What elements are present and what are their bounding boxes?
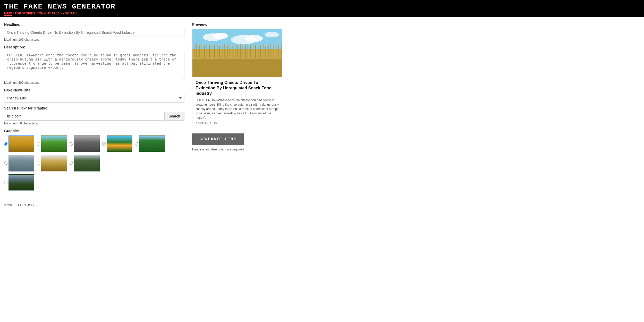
search-row: Search bbox=[4, 112, 184, 121]
svg-rect-8 bbox=[194, 45, 194, 58]
description-label: Description: bbox=[4, 45, 184, 49]
left-column: Headline: Maximum 100 characters. Descri… bbox=[4, 22, 184, 194]
nav-tonight[interactable]: TONIGHT AT 11 - YOUTUBE bbox=[36, 12, 78, 15]
graphic-item-4 bbox=[102, 135, 132, 152]
svg-rect-11 bbox=[201, 44, 202, 58]
svg-rect-14 bbox=[209, 45, 210, 58]
graphic-radio-7[interactable] bbox=[37, 162, 40, 165]
svg-rect-43 bbox=[192, 59, 282, 77]
right-column: Preview: bbox=[192, 22, 282, 151]
required-hint: Headline and description are required. bbox=[192, 148, 282, 151]
main-layout: Headline: Maximum 100 characters. Descri… bbox=[0, 17, 644, 200]
graphic-item-6 bbox=[4, 155, 34, 172]
preview-label: Preview: bbox=[192, 22, 282, 27]
svg-rect-22 bbox=[230, 44, 230, 58]
preview-headline: Once Thriving Cheeto Driven To Extinctio… bbox=[196, 80, 279, 96]
graphic-item-9 bbox=[4, 174, 34, 191]
svg-rect-23 bbox=[232, 45, 233, 58]
graphic-thumb-1[interactable] bbox=[9, 135, 34, 152]
graphics-grid bbox=[4, 135, 184, 172]
svg-rect-33 bbox=[258, 45, 259, 58]
graphic-item-1 bbox=[4, 135, 34, 152]
nav-top-stories[interactable]: TOP STORIES bbox=[14, 12, 35, 15]
graphic-radio-8[interactable] bbox=[70, 162, 73, 165]
graphic-radio-6[interactable] bbox=[4, 162, 7, 165]
graphic-item-7 bbox=[37, 155, 67, 172]
svg-rect-24 bbox=[235, 45, 235, 58]
svg-rect-18 bbox=[219, 46, 220, 58]
graphic-thumb-8[interactable] bbox=[74, 155, 100, 172]
svg-rect-35 bbox=[263, 44, 264, 58]
footer-text: © 2018 JUSTIN HOOK bbox=[4, 204, 36, 207]
graphic-thumb-3[interactable] bbox=[74, 135, 100, 152]
fake-site-select[interactable]: cbsnews.us foxnews.co cnn.com.co nytimes… bbox=[4, 94, 184, 103]
fake-site-label: Fake News Site: bbox=[4, 88, 184, 92]
graphic-item-2 bbox=[37, 135, 67, 152]
graphic-radio-1[interactable] bbox=[4, 142, 7, 146]
svg-rect-42 bbox=[281, 45, 282, 58]
svg-rect-20 bbox=[224, 44, 225, 58]
search-button[interactable]: Search bbox=[164, 112, 184, 121]
svg-point-3 bbox=[213, 33, 228, 39]
svg-rect-10 bbox=[199, 45, 200, 58]
graphic-radio-4[interactable] bbox=[102, 142, 106, 146]
search-flickr-label: Search Flickr for Graphic: bbox=[4, 106, 184, 110]
graphic-radio-5[interactable] bbox=[135, 142, 138, 146]
graphic-group: Graphic: bbox=[4, 129, 184, 191]
svg-rect-39 bbox=[273, 45, 274, 58]
graphic-radio-2[interactable] bbox=[37, 142, 40, 146]
svg-rect-28 bbox=[245, 45, 246, 58]
preview-card: Once Thriving Cheeto Driven To Extinctio… bbox=[192, 29, 282, 128]
search-hint: Maximum 50 characters. bbox=[4, 122, 184, 125]
svg-rect-31 bbox=[253, 44, 253, 58]
graphic-item-5 bbox=[135, 135, 165, 152]
graphic-thumb-7[interactable] bbox=[41, 155, 67, 172]
svg-rect-41 bbox=[278, 45, 279, 58]
graphics-grid-row2 bbox=[4, 174, 184, 191]
graphic-thumb-5[interactable] bbox=[139, 135, 165, 152]
svg-rect-34 bbox=[260, 45, 261, 58]
site-title: THE FAKE NEWS GENERATOR bbox=[4, 3, 640, 11]
graphic-item-3 bbox=[70, 135, 100, 152]
svg-rect-30 bbox=[250, 45, 251, 58]
svg-rect-19 bbox=[222, 45, 223, 58]
graphic-radio-3[interactable] bbox=[70, 142, 73, 146]
search-input[interactable] bbox=[4, 112, 164, 121]
graphic-label: Graphic: bbox=[4, 129, 184, 133]
svg-point-6 bbox=[265, 32, 279, 37]
preview-image bbox=[192, 29, 282, 77]
svg-rect-13 bbox=[207, 44, 207, 58]
graphic-thumb-9[interactable] bbox=[9, 174, 34, 191]
svg-rect-15 bbox=[212, 45, 213, 58]
headline-label: Headline: bbox=[4, 22, 184, 27]
svg-rect-21 bbox=[227, 45, 228, 58]
graphic-thumb-6[interactable] bbox=[9, 155, 34, 172]
svg-rect-29 bbox=[248, 44, 248, 58]
search-flickr-group: Search Flickr for Graphic: Search Maximu… bbox=[4, 106, 184, 125]
svg-rect-26 bbox=[240, 44, 241, 58]
headline-group: Headline: Maximum 100 characters. bbox=[4, 22, 184, 41]
graphic-thumb-2[interactable] bbox=[41, 135, 67, 152]
preview-content: Once Thriving Cheeto Driven To Extinctio… bbox=[192, 77, 282, 128]
preview-description: CHESTER, IA—Where once the cheeto could … bbox=[196, 98, 279, 120]
headline-input[interactable] bbox=[4, 28, 184, 37]
generate-link-button[interactable]: GENERATE LINK bbox=[192, 133, 244, 145]
svg-rect-27 bbox=[242, 46, 243, 58]
headline-hint: Maximum 100 characters. bbox=[4, 38, 184, 41]
graphic-radio-9[interactable] bbox=[4, 181, 7, 184]
svg-rect-12 bbox=[204, 45, 205, 58]
fake-site-group: Fake News Site: cbsnews.us foxnews.co cn… bbox=[4, 88, 184, 103]
description-group: Description: Maximum 200 characters. bbox=[4, 45, 184, 84]
svg-rect-37 bbox=[268, 45, 269, 58]
graphic-item-8 bbox=[70, 155, 100, 172]
svg-rect-16 bbox=[214, 45, 215, 58]
svg-rect-36 bbox=[265, 46, 266, 58]
svg-rect-17 bbox=[217, 44, 217, 58]
footer: © 2018 JUSTIN HOOK bbox=[0, 200, 644, 211]
graphic-thumb-4[interactable] bbox=[107, 135, 132, 152]
nav-main[interactable]: MAIN bbox=[4, 12, 12, 16]
description-input[interactable] bbox=[4, 51, 184, 79]
description-hint: Maximum 200 characters. bbox=[4, 81, 184, 84]
svg-rect-38 bbox=[270, 44, 271, 58]
svg-rect-32 bbox=[255, 45, 256, 58]
